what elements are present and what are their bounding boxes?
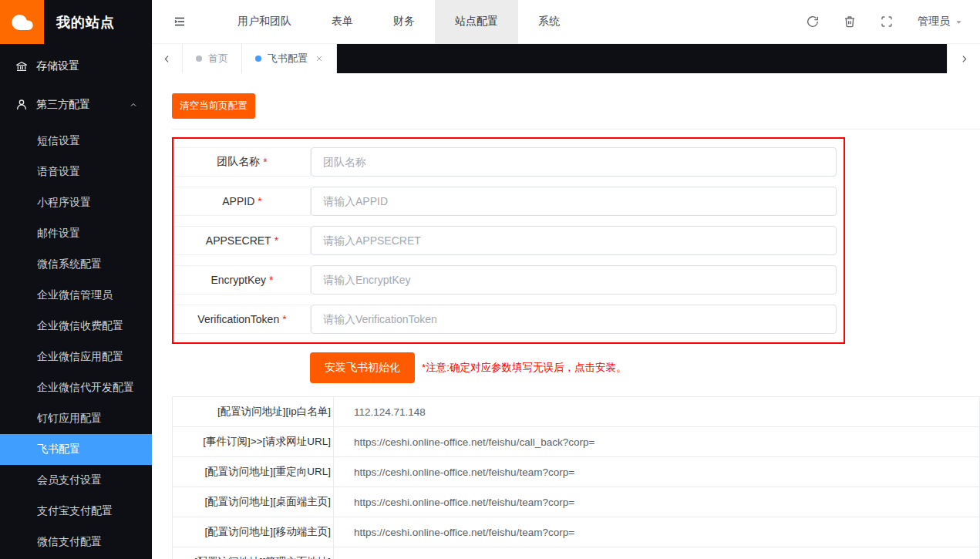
brand-logo[interactable]: 我的站点 bbox=[0, 0, 152, 44]
open-tabs: 首页 飞书配置 bbox=[183, 44, 337, 73]
table-row: [事件订阅]>>[请求网址URL] https://ceshi.online-o… bbox=[173, 427, 980, 457]
info-value: https://ceshi.online-office.net/feishu/t… bbox=[334, 517, 980, 547]
bank-icon bbox=[15, 60, 28, 72]
top-navigation: 用户和团队 表单 财务 站点配置 系统 bbox=[217, 0, 580, 44]
sidebar-item-wecom-dev-config[interactable]: 企业微信代开发配置 bbox=[0, 372, 152, 403]
topnav-item-forms[interactable]: 表单 bbox=[312, 0, 373, 44]
install-feishu-button[interactable]: 安装飞书初始化 bbox=[310, 352, 415, 383]
topnav-item-finance[interactable]: 财务 bbox=[373, 0, 435, 44]
topbar: 用户和团队 表单 财务 站点配置 系统 管理员 bbox=[152, 0, 980, 44]
info-label: [配置访问地址][管理主页地址] bbox=[173, 547, 334, 559]
cloud-icon bbox=[11, 11, 34, 34]
sidebar-item-wecom-app-config[interactable]: 企业微信应用配置 bbox=[0, 342, 152, 372]
topnav-item-system[interactable]: 系统 bbox=[518, 0, 580, 44]
install-row: 安装飞书初始化 *注意:确定对应参数填写无误后，点击安装。 bbox=[172, 352, 980, 383]
sidebar-item-feishu-config[interactable]: 飞书配置 bbox=[0, 434, 152, 465]
sidebar-menu: 存储设置 第三方配置 短信设置 语音设置 小程序设置 邮件设置 微信系统配置 企… bbox=[0, 44, 152, 559]
app-window: 我的站点 存储设置 第三方配置 短信设置 语音设置 小程 bbox=[0, 0, 980, 559]
content-header: 清空当前页配置 bbox=[172, 73, 980, 130]
info-label: [配置访问地址][桌面端主页] bbox=[173, 487, 334, 517]
required-mark: * bbox=[274, 234, 278, 247]
sidebar-item-label: 第三方配置 bbox=[36, 98, 90, 112]
config-info-table: [配置访问地址][ip白名单] 112.124.71.148 [事件订阅]>>[… bbox=[172, 396, 980, 559]
third-party-icon bbox=[15, 99, 28, 111]
sidebar-item-voice-settings[interactable]: 语音设置 bbox=[0, 157, 152, 187]
required-mark: * bbox=[282, 313, 286, 325]
field-label: EncryptKey* bbox=[173, 265, 311, 295]
brand-title: 我的站点 bbox=[56, 13, 115, 32]
info-value: https://ceshi.online-office.net/feishu/c… bbox=[334, 427, 980, 457]
form-row: 团队名称* bbox=[173, 147, 837, 177]
sidebar-item-member-payment-settings[interactable]: 会员支付设置 bbox=[0, 465, 152, 496]
form-row: APPSECRET* bbox=[173, 226, 837, 255]
form-row: APPID* bbox=[173, 187, 837, 216]
appid-input[interactable] bbox=[311, 187, 837, 216]
info-value: https://ceshi.online-office.net/feishu/t… bbox=[334, 547, 980, 559]
refresh-icon[interactable] bbox=[807, 15, 819, 28]
install-note: *注意:确定对应参数填写无误后，点击安装。 bbox=[422, 361, 627, 375]
sidebar-item-storage-settings[interactable]: 存储设置 bbox=[0, 47, 152, 86]
field-label: APPSECRET* bbox=[173, 226, 311, 255]
user-menu[interactable]: 管理员 bbox=[918, 15, 963, 29]
required-mark: * bbox=[258, 195, 261, 207]
tab-feishu-config[interactable]: 飞书配置 bbox=[242, 44, 337, 73]
info-label: [配置访问地址][移动端主页] bbox=[173, 517, 334, 547]
tabs-scroll-right-button[interactable] bbox=[947, 44, 980, 73]
sidebar-item-wechat-system-config[interactable]: 微信系统配置 bbox=[0, 249, 152, 280]
info-value: https://ceshi.online-office.net/feishu/t… bbox=[334, 487, 980, 517]
chevron-left-icon bbox=[162, 54, 172, 64]
info-label: [配置访问地址][ip白名单] bbox=[173, 397, 334, 427]
table-row: [配置访问地址][管理主页地址] https://ceshi.online-of… bbox=[173, 547, 980, 559]
third-party-submenu: 短信设置 语音设置 小程序设置 邮件设置 微信系统配置 企业微信管理员 企业微信… bbox=[0, 124, 152, 557]
table-row: [配置访问地址][桌面端主页] https://ceshi.online-off… bbox=[173, 487, 980, 517]
verificationtoken-input[interactable] bbox=[311, 305, 837, 334]
sidebar-item-wecom-billing-config[interactable]: 企业微信收费配置 bbox=[0, 311, 152, 342]
page-content: 清空当前页配置 团队名称* APPID* APPSEC bbox=[152, 73, 980, 559]
info-value: 112.124.71.148 bbox=[334, 397, 980, 427]
chevron-right-icon bbox=[959, 54, 969, 64]
user-name: 管理员 bbox=[918, 15, 950, 29]
close-icon[interactable] bbox=[315, 55, 323, 62]
clear-config-button[interactable]: 清空当前页配置 bbox=[172, 93, 255, 119]
tab-home[interactable]: 首页 bbox=[183, 44, 242, 73]
fullscreen-icon[interactable] bbox=[881, 15, 893, 28]
sidebar-item-third-party-config[interactable]: 第三方配置 bbox=[0, 86, 152, 124]
collapse-menu-icon[interactable] bbox=[173, 15, 187, 29]
topnav-item-site-config[interactable]: 站点配置 bbox=[435, 0, 518, 44]
field-label: APPID* bbox=[173, 187, 311, 216]
table-row: [配置访问地址][重定向URL] https://ceshi.online-of… bbox=[173, 457, 980, 487]
sidebar-item-label: 存储设置 bbox=[36, 59, 79, 73]
appsecret-input[interactable] bbox=[311, 226, 837, 255]
table-row: [配置访问地址][ip白名单] 112.124.71.148 bbox=[173, 397, 980, 427]
chevron-up-icon bbox=[129, 100, 138, 109]
sidebar-item-dingtalk-app-config[interactable]: 钉钉应用配置 bbox=[0, 403, 152, 434]
form-row: VerificationToken* bbox=[173, 305, 837, 334]
field-label: VerificationToken* bbox=[173, 305, 311, 334]
sidebar-item-wechat-payment-config[interactable]: 微信支付配置 bbox=[0, 527, 152, 557]
sidebar-item-sms-settings[interactable]: 短信设置 bbox=[0, 126, 152, 157]
required-mark: * bbox=[269, 274, 273, 286]
sidebar: 我的站点 存储设置 第三方配置 短信设置 语音设置 小程 bbox=[0, 0, 152, 559]
sidebar-item-alipay-payment-config[interactable]: 支付宝支付配置 bbox=[0, 496, 152, 527]
table-row: [配置访问地址][移动端主页] https://ceshi.online-off… bbox=[173, 517, 980, 547]
trash-icon[interactable] bbox=[844, 15, 856, 28]
info-label: [配置访问地址][重定向URL] bbox=[173, 457, 334, 487]
sidebar-item-wecom-admin[interactable]: 企业微信管理员 bbox=[0, 280, 152, 311]
logo-badge bbox=[0, 0, 44, 44]
encryptkey-input[interactable] bbox=[311, 265, 837, 295]
team-name-input[interactable] bbox=[311, 147, 837, 177]
tab-status-dot bbox=[255, 56, 261, 62]
caret-down-icon bbox=[955, 18, 963, 26]
sidebar-item-miniprogram-settings[interactable]: 小程序设置 bbox=[0, 187, 152, 218]
info-label: [事件订阅]>>[请求网址URL] bbox=[173, 427, 334, 457]
topbar-actions: 管理员 bbox=[807, 15, 963, 29]
feishu-config-form: 团队名称* APPID* APPSECRET* bbox=[172, 137, 845, 344]
tabs-scroll-left-button[interactable] bbox=[152, 44, 183, 73]
sidebar-item-mail-settings[interactable]: 邮件设置 bbox=[0, 218, 152, 249]
tab-label: 首页 bbox=[208, 52, 228, 66]
form-row: EncryptKey* bbox=[173, 265, 837, 295]
tags-bar: 首页 飞书配置 bbox=[152, 44, 980, 73]
tab-label: 飞书配置 bbox=[268, 52, 308, 66]
info-value: https://ceshi.online-office.net/feishu/t… bbox=[334, 457, 980, 487]
topnav-item-users-teams[interactable]: 用户和团队 bbox=[217, 0, 312, 44]
